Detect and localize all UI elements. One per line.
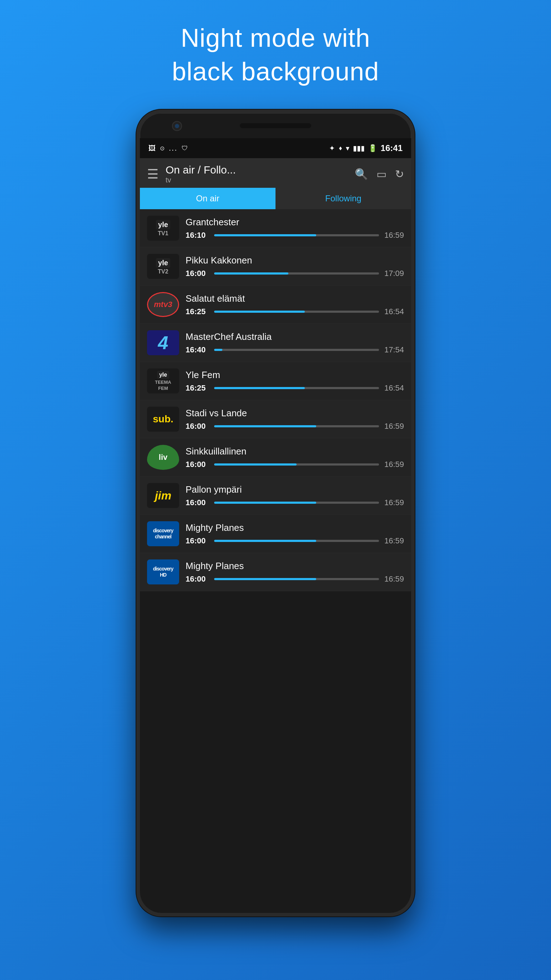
signal-dots: ...	[169, 143, 177, 153]
program-info: Pallon ympäri 16:00 16:59	[186, 484, 404, 508]
program-start: 16:00	[186, 422, 211, 431]
shield-icon: 🛡	[182, 145, 188, 152]
status-left-icons: 🖼 ⊙ ... 🛡	[148, 143, 188, 153]
program-title: Mighty Planes	[186, 560, 404, 571]
channel-logo-sub: sub.	[147, 407, 179, 432]
program-title: Stadi vs Lande	[186, 408, 404, 419]
progress-bar	[214, 310, 379, 313]
menu-icon[interactable]: ☰	[147, 167, 159, 182]
app-bar-actions: 🔍 ▭ ↻	[355, 168, 404, 180]
progress-bar	[214, 387, 379, 389]
list-item[interactable]: 4 MasterChef Australia 16:40 17:54	[140, 324, 411, 362]
program-info: Grantchester 16:10 16:59	[186, 217, 404, 240]
program-end: 16:54	[383, 307, 404, 316]
progress-fill	[214, 540, 316, 542]
program-end: 16:59	[383, 498, 404, 508]
program-start: 16:00	[186, 460, 211, 469]
progress-fill	[214, 463, 297, 466]
list-item[interactable]: yle TEEMA FEM Yle Fem 16:25 16:54	[140, 362, 411, 400]
program-end: 16:59	[383, 574, 404, 584]
list-item[interactable]: yle TV1 Grantchester 16:10 16:59	[140, 209, 411, 247]
program-info: Stadi vs Lande 16:00 16:59	[186, 408, 404, 431]
search-icon[interactable]: 🔍	[355, 168, 368, 180]
phone-speaker	[240, 123, 311, 128]
program-end: 17:54	[383, 345, 404, 355]
program-title: Salatut elämät	[186, 293, 404, 304]
program-info: Mighty Planes 16:00 16:59	[186, 522, 404, 546]
progress-bar	[214, 540, 379, 542]
progress-fill	[214, 272, 288, 275]
list-item[interactable]: discoveryHD Mighty Planes 16:00 16:59	[140, 553, 411, 591]
program-end: 16:54	[383, 383, 404, 393]
list-item[interactable]: jim Pallon ympäri 16:00 16:59	[140, 477, 411, 515]
channel-logo-nelonen: 4	[147, 330, 179, 355]
channel-logo-discovery-hd: discoveryHD	[147, 560, 179, 584]
progress-bar	[214, 234, 379, 236]
headline-line1: Night mode with	[181, 24, 370, 52]
tabs: On air Following	[140, 188, 411, 209]
progress-bar	[214, 272, 379, 275]
screen-icon[interactable]: ▭	[376, 168, 386, 180]
progress-bar	[214, 501, 379, 504]
channel-logo-yle-fem: yle TEEMA FEM	[147, 368, 179, 393]
program-info: Pikku Kakkonen 16:00 17:09	[186, 255, 404, 278]
program-end: 16:59	[383, 422, 404, 431]
tab-on-air[interactable]: On air	[140, 188, 275, 209]
power-button	[136, 238, 138, 281]
progress-fill	[214, 234, 316, 236]
list-item[interactable]: yle TV2 Pikku Kakkonen 16:00 17:09	[140, 247, 411, 286]
program-start: 16:00	[186, 498, 211, 508]
signal-icon: ▮▮▮	[353, 144, 365, 153]
program-info: Yle Fem 16:25 16:54	[186, 369, 404, 393]
list-item[interactable]: liv Sinkkuillallinen 16:00 16:59	[140, 438, 411, 477]
program-info: Sinkkuillallinen 16:00 16:59	[186, 446, 404, 469]
progress-fill	[214, 501, 316, 504]
list-item[interactable]: sub. Stadi vs Lande 16:00 16:59	[140, 400, 411, 438]
progress-fill	[214, 425, 316, 427]
location-icon: ♦	[339, 145, 342, 152]
program-end: 17:09	[383, 269, 404, 278]
bluetooth-icon: ✦	[329, 144, 335, 153]
program-title: Mighty Planes	[186, 522, 404, 533]
progress-fill	[214, 349, 222, 351]
channel-logo-jim: jim	[147, 483, 179, 508]
screen: 🖼 ⊙ ... 🛡 ✦ ♦ ▾ ▮▮▮ 🔋 16:41 ☰ O	[140, 138, 411, 913]
progress-fill	[214, 578, 316, 580]
tab-following[interactable]: Following	[275, 188, 411, 209]
program-start: 16:25	[186, 383, 211, 393]
program-list: yle TV1 Grantchester 16:10 16:59	[140, 209, 411, 591]
app-bar: ☰ On air / Follo... tv 🔍 ▭ ↻	[140, 158, 411, 188]
volume-down-button	[413, 256, 415, 285]
program-title: Sinkkuillallinen	[186, 446, 404, 457]
program-title: Pallon ympäri	[186, 484, 404, 495]
program-title: Yle Fem	[186, 369, 404, 380]
phone-frame: 🖼 ⊙ ... 🛡 ✦ ♦ ▾ ▮▮▮ 🔋 16:41 ☰ O	[136, 110, 415, 916]
progress-bar	[214, 578, 379, 580]
program-start: 16:25	[186, 307, 211, 316]
program-start: 16:10	[186, 231, 211, 240]
program-title: MasterChef Australia	[186, 331, 404, 342]
progress-fill	[214, 387, 305, 389]
battery-icon: 🔋	[368, 144, 377, 153]
progress-bar	[214, 425, 379, 427]
program-end: 16:59	[383, 536, 404, 546]
progress-bar	[214, 349, 379, 351]
clock: 16:41	[381, 143, 403, 153]
program-end: 16:59	[383, 231, 404, 240]
channel-logo-mtv3: mtv3	[147, 292, 179, 317]
phone-camera	[172, 121, 182, 131]
program-end: 16:59	[383, 460, 404, 469]
list-item[interactable]: mtv3 Salatut elämät 16:25 16:54	[140, 286, 411, 324]
refresh-icon[interactable]: ↻	[395, 168, 404, 180]
photo-icon: 🖼	[148, 144, 156, 153]
status-bar: 🖼 ⊙ ... 🛡 ✦ ♦ ▾ ▮▮▮ 🔋 16:41	[140, 138, 411, 158]
channel-logo-discovery: discoverychannel	[147, 521, 179, 546]
program-title: Grantchester	[186, 217, 404, 228]
list-item[interactable]: discoverychannel Mighty Planes 16:00 16:…	[140, 515, 411, 553]
progress-bar	[214, 463, 379, 466]
headline: Night mode with black background	[172, 21, 379, 88]
headline-line2: black background	[172, 57, 379, 86]
program-start: 16:40	[186, 345, 211, 355]
program-info: Salatut elämät 16:25 16:54	[186, 293, 404, 316]
app-bar-title: On air / Follo... tv	[165, 164, 348, 184]
